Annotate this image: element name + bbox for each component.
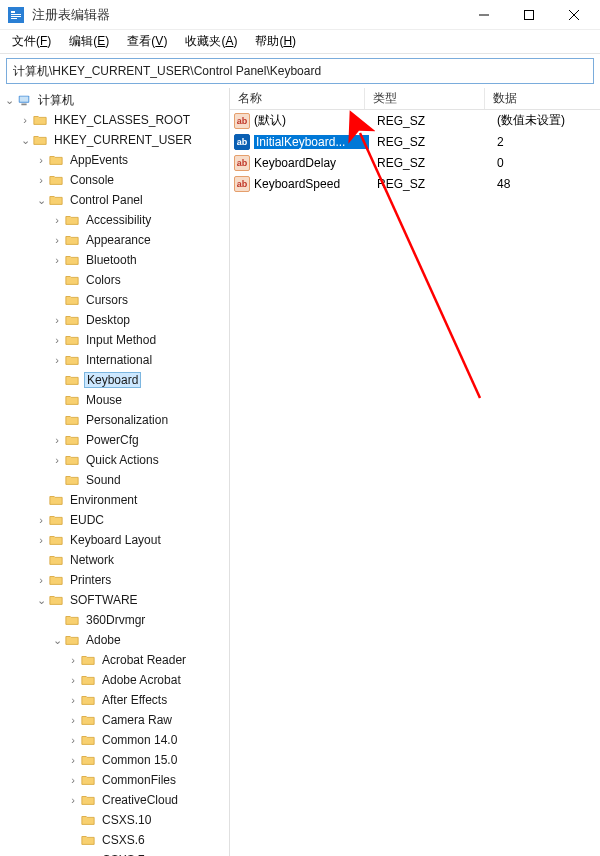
menu-file[interactable]: 文件(F) bbox=[6, 31, 57, 52]
tree-console[interactable]: ›Console bbox=[34, 170, 229, 190]
tree-eudc[interactable]: ›EUDC bbox=[34, 510, 229, 530]
tree-appearance[interactable]: ›Appearance bbox=[50, 230, 229, 250]
chevron-right-icon[interactable]: › bbox=[50, 234, 64, 246]
tree-inputmethod[interactable]: ›Input Method bbox=[50, 330, 229, 350]
tree-network[interactable]: ›Network bbox=[34, 550, 229, 570]
tree-kblayout[interactable]: ›Keyboard Layout bbox=[34, 530, 229, 550]
tree-acroreader[interactable]: ›Acrobat Reader bbox=[66, 650, 229, 670]
tree-bluetooth[interactable]: ›Bluetooth bbox=[50, 250, 229, 270]
tree-adobe[interactable]: ⌄Adobe bbox=[50, 630, 229, 650]
menu-favorites[interactable]: 收藏夹(A) bbox=[179, 31, 243, 52]
folder-icon bbox=[80, 692, 96, 708]
menu-help[interactable]: 帮助(H) bbox=[249, 31, 302, 52]
tree-cursors[interactable]: ›Cursors bbox=[50, 290, 229, 310]
chevron-down-icon[interactable]: ⌄ bbox=[34, 194, 48, 207]
value-row[interactable]: abKeyboardSpeedREG_SZ48 bbox=[230, 173, 600, 194]
tree-quickactions[interactable]: ›Quick Actions bbox=[50, 450, 229, 470]
tree-accessibility[interactable]: ›Accessibility bbox=[50, 210, 229, 230]
chevron-right-icon[interactable]: › bbox=[18, 114, 32, 126]
tree-cameraraw[interactable]: ›Camera Raw bbox=[66, 710, 229, 730]
tree-colors[interactable]: ›Colors bbox=[50, 270, 229, 290]
chevron-right-icon[interactable]: › bbox=[34, 514, 48, 526]
chevron-right-icon[interactable]: › bbox=[50, 314, 64, 326]
folder-icon bbox=[80, 652, 96, 668]
chevron-right-icon[interactable]: › bbox=[66, 754, 80, 766]
tree-label: 360Drvmgr bbox=[84, 613, 147, 627]
tree-label: Adobe bbox=[84, 633, 123, 647]
tree-personalization[interactable]: ›Personalization bbox=[50, 410, 229, 430]
chevron-down-icon[interactable]: ⌄ bbox=[2, 94, 16, 107]
chevron-right-icon[interactable]: › bbox=[34, 574, 48, 586]
chevron-right-icon[interactable]: › bbox=[50, 334, 64, 346]
folder-icon bbox=[64, 432, 80, 448]
tree-csxs7[interactable]: ›CSXS.7 bbox=[66, 850, 229, 856]
chevron-right-icon[interactable]: › bbox=[50, 214, 64, 226]
chevron-right-icon[interactable]: › bbox=[66, 674, 80, 686]
value-data: 48 bbox=[489, 177, 600, 191]
tree-appevents[interactable]: ›AppEvents bbox=[34, 150, 229, 170]
folder-icon bbox=[48, 172, 64, 188]
tree-software[interactable]: ⌄SOFTWARE bbox=[34, 590, 229, 610]
chevron-right-icon[interactable]: › bbox=[50, 434, 64, 446]
tree-mouse[interactable]: ›Mouse bbox=[50, 390, 229, 410]
value-name: KeyboardSpeed bbox=[254, 177, 369, 191]
folder-icon bbox=[80, 712, 96, 728]
chevron-right-icon[interactable]: › bbox=[66, 794, 80, 806]
chevron-right-icon[interactable]: › bbox=[34, 174, 48, 186]
value-row[interactable]: abInitialKeyboard...REG_SZ2 bbox=[230, 131, 600, 152]
tree-360drvmgr[interactable]: ›360Drvmgr bbox=[50, 610, 229, 630]
menu-edit[interactable]: 编辑(E) bbox=[63, 31, 115, 52]
folder-icon bbox=[48, 192, 64, 208]
chevron-right-icon[interactable]: › bbox=[50, 354, 64, 366]
tree-hkcu[interactable]: ⌄ HKEY_CURRENT_USER bbox=[18, 130, 229, 150]
chevron-right-icon[interactable]: › bbox=[50, 454, 64, 466]
chevron-right-icon[interactable]: › bbox=[50, 254, 64, 266]
chevron-right-icon[interactable]: › bbox=[66, 654, 80, 666]
folder-icon bbox=[64, 272, 80, 288]
tree-environment[interactable]: ›Environment bbox=[34, 490, 229, 510]
value-row[interactable]: abKeyboardDelayREG_SZ0 bbox=[230, 152, 600, 173]
tree-adobeacrobat[interactable]: ›Adobe Acrobat bbox=[66, 670, 229, 690]
tree-controlpanel[interactable]: ⌄Control Panel bbox=[34, 190, 229, 210]
column-name[interactable]: 名称 bbox=[230, 88, 365, 109]
column-type[interactable]: 类型 bbox=[365, 88, 485, 109]
chevron-down-icon[interactable]: ⌄ bbox=[18, 134, 32, 147]
tree-computer[interactable]: ⌄ 计算机 bbox=[2, 90, 229, 110]
chevron-down-icon[interactable]: ⌄ bbox=[34, 594, 48, 607]
chevron-right-icon[interactable]: › bbox=[66, 694, 80, 706]
tree-common14[interactable]: ›Common 14.0 bbox=[66, 730, 229, 750]
column-data[interactable]: 数据 bbox=[485, 88, 600, 109]
tree-sound[interactable]: ›Sound bbox=[50, 470, 229, 490]
tree-csxs6[interactable]: ›CSXS.6 bbox=[66, 830, 229, 850]
tree-desktop[interactable]: ›Desktop bbox=[50, 310, 229, 330]
chevron-right-icon[interactable]: › bbox=[34, 534, 48, 546]
chevron-right-icon[interactable]: › bbox=[34, 154, 48, 166]
string-value-icon: ab bbox=[234, 176, 250, 192]
details-pane[interactable]: 名称 类型 数据 ab(默认)REG_SZ(数值未设置)abInitialKey… bbox=[230, 88, 600, 856]
tree-aftereffects[interactable]: ›After Effects bbox=[66, 690, 229, 710]
tree-international[interactable]: ›International bbox=[50, 350, 229, 370]
tree-hkcr[interactable]: › HKEY_CLASSES_ROOT bbox=[18, 110, 229, 130]
menu-view[interactable]: 查看(V) bbox=[121, 31, 173, 52]
chevron-down-icon[interactable]: ⌄ bbox=[50, 634, 64, 647]
minimize-button[interactable] bbox=[461, 1, 506, 29]
minimize-icon bbox=[479, 10, 489, 20]
tree-keyboard[interactable]: ›Keyboard bbox=[50, 370, 229, 390]
window-buttons bbox=[461, 1, 596, 29]
value-name: KeyboardDelay bbox=[254, 156, 369, 170]
tree-common15[interactable]: ›Common 15.0 bbox=[66, 750, 229, 770]
address-bar[interactable]: 计算机\HKEY_CURRENT_USER\Control Panel\Keyb… bbox=[6, 58, 594, 84]
value-row[interactable]: ab(默认)REG_SZ(数值未设置) bbox=[230, 110, 600, 131]
tree-powercfg[interactable]: ›PowerCfg bbox=[50, 430, 229, 450]
tree-pane[interactable]: ⌄ 计算机 › HKEY_CLASSES_ROOT ⌄ HKEY_CURRENT… bbox=[0, 88, 230, 856]
maximize-button[interactable] bbox=[506, 1, 551, 29]
chevron-right-icon[interactable]: › bbox=[66, 714, 80, 726]
tree-printers[interactable]: ›Printers bbox=[34, 570, 229, 590]
chevron-right-icon[interactable]: › bbox=[66, 734, 80, 746]
chevron-right-icon[interactable]: › bbox=[66, 774, 80, 786]
tree-creativecloud[interactable]: ›CreativeCloud bbox=[66, 790, 229, 810]
tree-label: Printers bbox=[68, 573, 113, 587]
close-button[interactable] bbox=[551, 1, 596, 29]
tree-csxs10[interactable]: ›CSXS.10 bbox=[66, 810, 229, 830]
tree-commonfiles[interactable]: ›CommonFiles bbox=[66, 770, 229, 790]
